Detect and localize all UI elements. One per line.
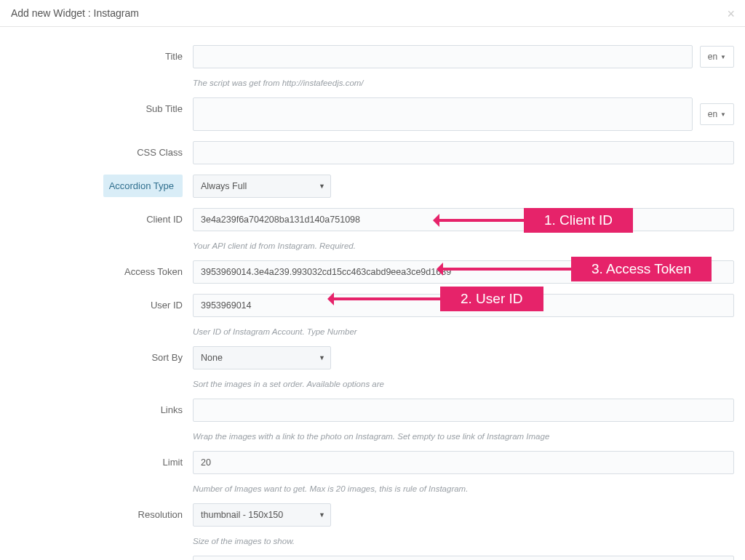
- help-resolution: Size of the images to show.: [193, 537, 295, 545]
- help-sortby: Sort the images in a set order. Availabl…: [193, 380, 384, 388]
- help-userid: User ID of Instagram Account. Type Numbe…: [193, 327, 357, 336]
- row-profilelink: Profile Link Create link in footer link …: [11, 556, 734, 560]
- lang-select-subtitle[interactable]: en ▼: [700, 103, 734, 125]
- help-title: The script was get from http://instafeed…: [193, 79, 364, 87]
- sortby-select[interactable]: None: [193, 346, 331, 369]
- label-links: Links: [11, 399, 193, 415]
- label-clientid: Client ID: [11, 208, 193, 225]
- title-input[interactable]: [193, 45, 693, 68]
- label-cssclass: CSS Class: [11, 141, 193, 158]
- row-links: Links Wrap the images with a link to the…: [11, 399, 734, 441]
- label-accesstoken: Access Token: [11, 260, 193, 277]
- label-accordion: Accordion Type: [103, 175, 183, 197]
- row-cssclass: CSS Class: [11, 141, 734, 164]
- callout-accesstoken: 3. Access Token: [571, 257, 712, 281]
- help-clientid: Your API client id from Instagram. Requi…: [193, 241, 356, 250]
- help-limit: Number of Images want to get. Max is 20 …: [193, 484, 468, 493]
- row-sortby: Sort By None Sort the images in a set or…: [11, 346, 734, 388]
- modal-title: Add new Widget : Instagram: [11, 7, 734, 19]
- row-limit: Limit Number of Images want to get. Max …: [11, 451, 734, 493]
- row-subtitle: Sub Title en ▼: [11, 97, 734, 131]
- arrow-icon: [437, 219, 524, 222]
- accordion-select[interactable]: Always Full: [193, 175, 331, 198]
- modal-header: Add new Widget : Instagram ×: [0, 0, 745, 27]
- callout-clientid: 1. Client ID: [524, 208, 633, 233]
- label-limit: Limit: [11, 451, 193, 468]
- limit-input[interactable]: [193, 451, 734, 474]
- label-title: Title: [11, 45, 193, 62]
- help-links: Wrap the images with a link to the photo…: [193, 432, 549, 441]
- label-sortby: Sort By: [11, 346, 193, 363]
- caret-down-icon: ▼: [720, 54, 726, 60]
- label-subtitle: Sub Title: [11, 97, 193, 114]
- label-resolution: Resolution: [11, 503, 193, 520]
- subtitle-input[interactable]: [193, 97, 693, 131]
- modal-body: Title en ▼ The script was get from http:…: [0, 27, 745, 560]
- lang-select-title[interactable]: en ▼: [700, 46, 734, 68]
- label-userid: User ID: [11, 294, 193, 311]
- row-resolution: Resolution thumbnail - 150x150 Size of t…: [11, 503, 734, 545]
- profilelink-input[interactable]: [193, 556, 734, 560]
- callout-userid: 2. User ID: [440, 287, 543, 311]
- arrow-icon: [440, 268, 571, 271]
- close-icon[interactable]: ×: [727, 7, 735, 20]
- lang-label: en: [708, 52, 717, 62]
- arrow-icon: [331, 297, 440, 300]
- links-input[interactable]: [193, 399, 734, 422]
- lang-label: en: [708, 109, 717, 119]
- label-profilelink: Profile Link: [11, 556, 193, 560]
- row-accordion: Accordion Type Always Full: [11, 175, 734, 198]
- row-title: Title en ▼ The script was get from http:…: [11, 45, 734, 87]
- resolution-select[interactable]: thumbnail - 150x150: [193, 503, 331, 527]
- modal: Add new Widget : Instagram × Title en ▼ …: [0, 0, 745, 560]
- caret-down-icon: ▼: [720, 111, 726, 118]
- cssclass-input[interactable]: [193, 141, 734, 164]
